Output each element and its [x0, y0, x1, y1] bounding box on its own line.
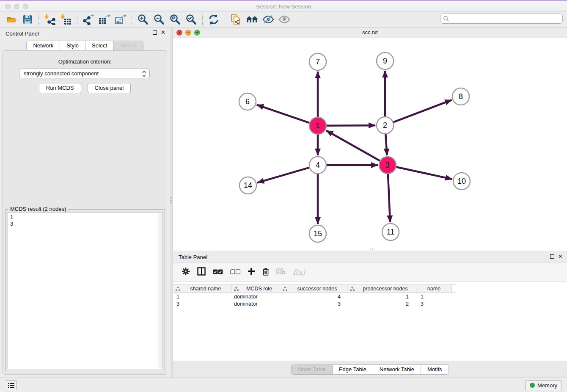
run-mcds-button[interactable]: Run MCDS [39, 83, 81, 93]
export-network-icon [83, 14, 94, 25]
show-all-button[interactable] [276, 13, 292, 26]
optimization-criterion-label: Optimization criterion: [3, 58, 167, 65]
export-table-icon [99, 14, 110, 25]
refresh-icon [208, 14, 219, 25]
close-table-panel-icon[interactable]: ✕ [558, 254, 563, 259]
stepper-icon [142, 70, 146, 78]
node-label-7: 7 [316, 58, 320, 66]
column-header-name[interactable]: name [416, 285, 452, 293]
tab-motifs[interactable]: Motifs [421, 364, 449, 375]
first-neighbors-button[interactable] [244, 13, 260, 26]
create-column-button[interactable] [197, 267, 206, 277]
zoom-selected-button[interactable] [183, 13, 199, 26]
mcds-result-group: MCDS result (2 nodes) 1 3 [6, 209, 165, 371]
add-row-button[interactable] [248, 268, 255, 277]
mcds-result-list[interactable]: 1 3 [8, 212, 163, 369]
tab-node-table[interactable]: Node Table [291, 364, 333, 375]
tab-network[interactable]: Network [26, 41, 60, 51]
apply-layout-button[interactable] [206, 13, 222, 26]
control-panel: Control Panel ✕ Network Style Select MCD… [0, 28, 170, 378]
edge-4-14[interactable] [257, 168, 309, 183]
delete-row-button[interactable] [262, 268, 269, 277]
cell-predecessor-nodes: 1 [347, 294, 416, 300]
network-canvas[interactable]: 7968124314101511 [173, 38, 567, 251]
float-table-panel-icon[interactable] [550, 254, 554, 259]
tab-network-table[interactable]: Network Table [373, 364, 421, 375]
edge-1-6[interactable] [257, 105, 309, 123]
function-builder-button[interactable]: f(x) [293, 268, 305, 276]
save-session-button[interactable] [19, 13, 36, 26]
vertical-splitter[interactable] [170, 28, 173, 378]
table-toolbar: f(x) [173, 262, 567, 282]
search-input[interactable] [440, 14, 563, 24]
mcds-result-title: MCDS result (2 nodes) [8, 206, 68, 212]
shared-column-icon [234, 287, 239, 291]
column-header-mcds-role[interactable]: MCDS role [231, 285, 280, 293]
result-line: 1 [10, 213, 160, 220]
tab-style[interactable]: Style [60, 41, 85, 51]
delete-table-button[interactable] [276, 268, 286, 276]
control-panel-tabs: Network Style Select MCDS [0, 41, 170, 51]
edge-3-10[interactable] [396, 167, 452, 179]
node-label-3: 3 [385, 161, 390, 169]
column-header-shared-name[interactable]: shared name [173, 285, 231, 293]
table-panel-title: Table Panel [179, 254, 207, 260]
trash-icon [262, 268, 269, 276]
list-icon [8, 383, 14, 388]
export-network-button[interactable] [80, 13, 96, 26]
column-header-predecessor-nodes[interactable]: predecessor nodes [347, 285, 416, 293]
close-panel-button[interactable]: Close panel [88, 83, 131, 93]
criterion-value: strongly connected component [24, 70, 99, 77]
open-folder-icon [6, 14, 17, 25]
network-view-window: x − + scc.txt 7968124314101511 [173, 28, 567, 251]
edge-2-3[interactable] [385, 134, 387, 155]
canvas-resize-grip[interactable] [370, 248, 374, 250]
table-row[interactable]: 1 dominator 4 1 1 [173, 293, 567, 300]
network-title: scc.txt [173, 29, 567, 36]
edge-3-11[interactable] [388, 174, 390, 222]
select-all-rows-button[interactable] [213, 268, 223, 276]
column-header-successor-nodes[interactable]: successor nodes [280, 285, 347, 293]
task-history-button[interactable] [6, 380, 17, 390]
import-network-button[interactable] [42, 13, 58, 26]
hide-selected-button[interactable] [260, 13, 276, 26]
checked-boxes-icon [213, 269, 223, 274]
edge-2-8[interactable] [394, 100, 452, 122]
tab-select[interactable]: Select [85, 41, 114, 51]
result-scrollbar[interactable] [158, 213, 162, 368]
eye-icon [278, 15, 290, 24]
zoom-fit-button[interactable] [167, 13, 183, 26]
open-session-button[interactable] [3, 13, 19, 26]
float-panel-icon[interactable] [153, 30, 157, 35]
cell-predecessor-nodes: 2 [347, 301, 416, 307]
shared-column-icon [350, 287, 355, 291]
import-table-button[interactable] [58, 13, 74, 26]
zoom-out-button[interactable] [151, 13, 167, 26]
window-title: Session: New Session [0, 3, 567, 10]
memory-button[interactable]: Memory [525, 380, 562, 390]
tab-mcds[interactable]: MCDS [113, 41, 143, 51]
deselect-all-rows-button[interactable] [230, 268, 240, 276]
node-label-14: 14 [244, 181, 252, 190]
export-image-button[interactable] [113, 13, 129, 26]
export-table-button[interactable] [96, 13, 113, 26]
edge-3-1[interactable] [326, 130, 380, 160]
delete-table-icon [276, 268, 286, 275]
toolbar-separator [225, 14, 225, 25]
edge-1-2[interactable] [327, 125, 375, 126]
shared-column-icon [283, 287, 287, 291]
criterion-select[interactable]: strongly connected component [19, 69, 150, 78]
table-row[interactable]: 3 dominator 3 2 3 [173, 301, 567, 307]
result-line: 3 [10, 220, 160, 227]
close-panel-icon[interactable]: ✕ [161, 30, 165, 35]
tab-edge-table[interactable]: Edge Table [332, 364, 373, 375]
main-titlebar: Session: New Session [0, 1, 567, 12]
export-image-icon [115, 14, 127, 25]
toolbar-separator [39, 14, 39, 25]
eye-slash-icon [262, 14, 274, 25]
zoom-in-button[interactable] [135, 13, 151, 26]
table-panel: Table Panel ✕ [173, 251, 567, 378]
splitter-grip[interactable] [170, 197, 172, 203]
new-network-button[interactable] [228, 13, 244, 26]
column-settings-button[interactable] [182, 267, 190, 277]
